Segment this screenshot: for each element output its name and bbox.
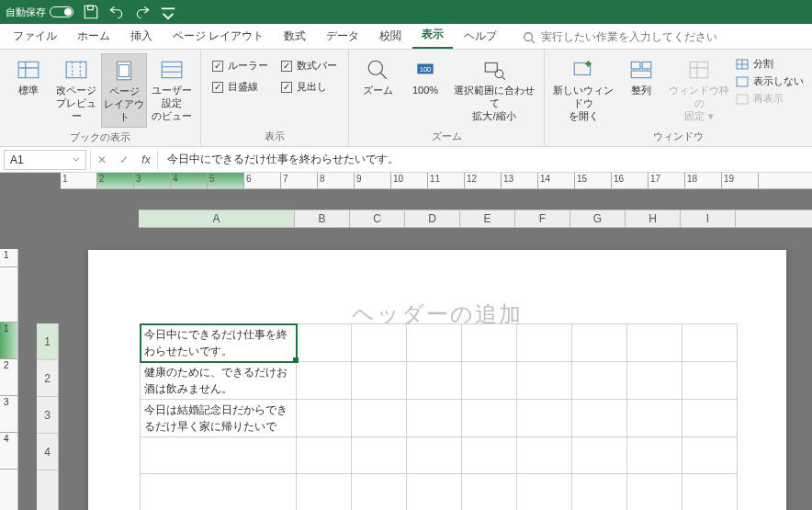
formula-input[interactable]: 今日中にできるだけ仕事を終わらせたいです。 [158, 152, 812, 167]
group-zoom: ズーム 100 100% 選択範囲に合わせて 拡大/縮小 ズーム [349, 50, 545, 146]
unhide-icon [736, 94, 749, 105]
svg-rect-16 [690, 62, 708, 77]
group-show: ✓ルーラー ✓目盛線 ✓数式バー ✓見出し 表示 [201, 50, 349, 146]
svg-rect-3 [66, 62, 86, 77]
col-header-f[interactable]: F [515, 210, 570, 227]
tellme-search[interactable]: 実行したい作業を入力してください [519, 26, 721, 49]
zoom-button[interactable]: ズーム [355, 53, 400, 101]
column-headers[interactable]: A B C D E F G H I [139, 210, 812, 228]
page-layout-view-button[interactable]: ページ レイアウト [101, 53, 147, 128]
row-header-1[interactable]: 1 [37, 323, 58, 360]
col-header-a[interactable]: A [139, 210, 295, 227]
col-header-i[interactable]: I [681, 210, 736, 227]
cell-a3[interactable]: 今日は結婚記念日だからできるだけ早く家に帰りたいで [141, 400, 297, 437]
hide-button[interactable]: 表示しない [736, 74, 804, 88]
col-header-c[interactable]: C [350, 210, 405, 227]
cancel-formula-button[interactable]: ✕ [91, 150, 113, 170]
cell-grid[interactable]: 今日中にできるだけ仕事を終わらせたいです。 健康のために、できるだけお酒は飲みま… [140, 323, 738, 510]
name-box[interactable]: A1 [4, 150, 86, 170]
normal-view-button[interactable]: 標準 [6, 53, 51, 101]
qat-customize-icon[interactable] [160, 4, 176, 20]
enter-formula-button[interactable]: ✓ [113, 150, 135, 170]
group-workbook-views: 標準 改ページ プレビュー ページ レイアウト ユーザー設定 のビュー ブックの… [0, 50, 201, 146]
horizontal-ruler[interactable]: 1 2 3 4 5 6 7 8 9 10 11 12 13 14 15 16 1… [61, 173, 812, 189]
split-button[interactable]: 分割 [736, 57, 804, 71]
tab-data[interactable]: データ [317, 24, 368, 49]
group-label-show: 表示 [207, 127, 343, 146]
new-window-icon [570, 57, 596, 83]
col-header-d[interactable]: D [405, 210, 460, 227]
normal-view-icon [16, 57, 41, 83]
chevron-down-icon [73, 156, 80, 164]
col-header-b[interactable]: B [295, 210, 350, 227]
tab-pagelayout[interactable]: ページ レイアウト [164, 24, 273, 49]
cell-b1[interactable] [297, 324, 352, 362]
table-row: 今日は結婚記念日だからできるだけ早く家に帰りたいで [141, 400, 738, 437]
page-break-preview-button[interactable]: 改ページ プレビュー [53, 53, 99, 126]
col-header-g[interactable]: G [570, 210, 626, 227]
insert-function-button[interactable]: fx [135, 150, 157, 170]
svg-rect-18 [737, 77, 748, 86]
svg-point-11 [495, 70, 503, 78]
svg-point-1 [524, 32, 533, 40]
autosave-label: 自動保存 [6, 6, 46, 19]
hide-icon [736, 76, 749, 87]
fill-handle[interactable] [293, 357, 299, 363]
search-icon [523, 31, 536, 44]
svg-text:100: 100 [420, 65, 432, 74]
split-icon [736, 59, 749, 70]
svg-rect-14 [642, 62, 651, 69]
cell-a2[interactable]: 健康のために、できるだけお酒は飲みません。 [141, 362, 297, 400]
autosave-toggle[interactable]: 自動保存 [6, 6, 73, 19]
table-row [141, 474, 738, 511]
arrange-all-button[interactable]: 整列 [618, 53, 664, 101]
svg-rect-15 [631, 71, 651, 78]
save-icon[interactable] [83, 4, 99, 20]
svg-point-7 [368, 61, 382, 74]
undo-icon[interactable] [108, 4, 125, 20]
new-window-button[interactable]: 新しいウィンドウ を開く [550, 53, 616, 126]
cell-a1[interactable]: 今日中にできるだけ仕事を終わらせたいです。 [141, 324, 297, 362]
tab-view[interactable]: 表示 [412, 22, 453, 49]
svg-rect-0 [88, 6, 94, 10]
headings-checkbox[interactable]: ✓見出し [281, 80, 337, 94]
tab-file[interactable]: ファイル [4, 24, 66, 49]
page-layout-icon [111, 58, 137, 84]
formula-bar: A1 ✕ ✓ fx 今日中にできるだけ仕事を終わらせたいです。 [0, 147, 812, 173]
cell-a4[interactable] [141, 437, 297, 474]
title-bar: 自動保存 [0, 0, 812, 24]
custom-views-button[interactable]: ユーザー設定 のビュー [149, 53, 195, 126]
unhide-button[interactable]: 再表示 [736, 92, 804, 106]
tab-home[interactable]: ホーム [68, 24, 119, 49]
row-headers[interactable]: 1 2 3 4 [37, 323, 59, 510]
gridlines-checkbox[interactable]: ✓目盛線 [212, 80, 268, 94]
redo-icon[interactable] [134, 4, 151, 20]
table-row: 今日中にできるだけ仕事を終わらせたいです。 [141, 324, 738, 362]
col-header-h[interactable]: H [626, 210, 681, 227]
page-break-icon [63, 57, 89, 83]
formulabar-checkbox[interactable]: ✓数式バー [281, 59, 337, 73]
custom-views-icon [159, 57, 185, 83]
tab-help[interactable]: ヘルプ [455, 24, 506, 49]
table-row: 健康のために、できるだけお酒は飲みません。 [141, 362, 738, 400]
freeze-panes-button[interactable]: ウィンドウ枠の 固定 ▾ [666, 53, 732, 126]
tab-review[interactable]: 校閲 [370, 24, 411, 49]
zoom-100-button[interactable]: 100 100% [402, 53, 448, 101]
cell-reference: A1 [10, 153, 24, 166]
table-row [141, 437, 738, 474]
tab-insert[interactable]: 挿入 [121, 24, 162, 49]
row-header-3[interactable]: 3 [37, 397, 58, 434]
zoom-to-selection-button[interactable]: 選択範囲に合わせて 拡大/縮小 [450, 53, 538, 126]
group-label-views: ブックの表示 [6, 128, 195, 147]
row-header-2[interactable]: 2 [37, 360, 58, 397]
vertical-ruler[interactable]: 1 1 2 3 4 [0, 249, 18, 510]
svg-rect-19 [737, 95, 748, 104]
row-header-4[interactable]: 4 [37, 434, 58, 470]
tab-formulas[interactable]: 数式 [275, 24, 315, 49]
group-label-zoom: ズーム [355, 127, 538, 146]
col-header-e[interactable]: E [460, 210, 515, 227]
zoom-100-icon: 100 [412, 57, 438, 83]
tellme-label: 実行したい作業を入力してください [541, 29, 717, 45]
toggle-off-icon [50, 6, 73, 17]
ruler-checkbox[interactable]: ✓ルーラー [212, 59, 268, 73]
